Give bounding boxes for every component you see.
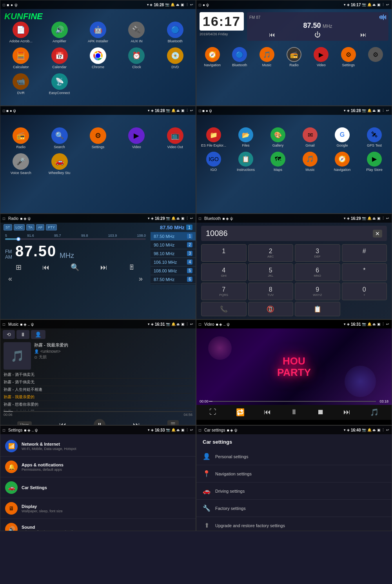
app-esfile[interactable]: 📁 ES File Explor... [198, 126, 229, 149]
radio-next-page[interactable]: » [139, 275, 143, 283]
bt-key-0[interactable]: 0 + [342, 283, 387, 300]
video-stop-btn[interactable]: ⏹ [317, 408, 324, 417]
settings-item-display[interactable]: 🖥 Display Wallpaper, sleep, font size [0, 498, 196, 519]
app-instructions[interactable]: 📋 Instructions [230, 150, 261, 174]
bt-key-5[interactable]: 5 JKL [248, 263, 294, 281]
playlist-item-active[interactable]: 孙露 - 我最亲爱的 [4, 394, 192, 401]
bt-icon[interactable]: 🔵 Bluetooth [229, 45, 250, 69]
music-repeat-btn[interactable]: ⟲ [3, 330, 15, 339]
music-list-btn[interactable]: ☰ [167, 420, 179, 425]
car-factory-settings[interactable]: 🔧 Factory settings [196, 500, 392, 517]
car-upgrade-settings[interactable]: ⬆ Upgrade and restore factory settings [196, 517, 392, 531]
app-maps[interactable]: 🗺 Maps [262, 150, 294, 174]
bt-key-9[interactable]: 9 WXYZ [295, 283, 340, 300]
app-google[interactable]: G Google [327, 126, 358, 149]
app-dvd[interactable]: 💿 DVD [156, 46, 194, 71]
app-chrome[interactable]: Chrome [79, 46, 117, 71]
bt-key-6[interactable]: 6 MNO [295, 263, 340, 281]
radio-search-btn[interactable]: 🔍 [71, 263, 79, 272]
app-video-2[interactable]: ▶ Video [118, 126, 155, 151]
app-easyconnect[interactable]: 📡 EasyConnect [40, 72, 78, 97]
settings2-icon[interactable]: ⚙ [365, 45, 387, 69]
settings-item-network[interactable]: 📶 Network & Internet Wi-Fi, Mobile, Data… [0, 436, 196, 457]
radio-prev-btn[interactable]: ⏮ [269, 31, 275, 38]
radio-next-btn[interactable]: ⏭ [360, 31, 367, 38]
app-videoout[interactable]: 📺 Video Out [156, 126, 194, 151]
video-rew-btn[interactable]: ⏮ [264, 408, 271, 417]
radio-icon[interactable]: 📻 Radio [283, 45, 305, 69]
app-dvr[interactable]: 📹 DVR [2, 72, 40, 97]
video-repeat-btn[interactable]: 🔁 [236, 408, 245, 417]
nav-icon[interactable]: 🧭 Navigation [201, 45, 223, 69]
settings-icon-home[interactable]: ⚙ Settings [338, 45, 359, 69]
app-music-2[interactable]: 🎵 Music [294, 150, 326, 174]
music-pause-top-btn[interactable]: ⏸ [16, 330, 29, 339]
playlist-item-2[interactable]: 孙露 - 人生何处不相逢 [4, 386, 192, 394]
app-voicesearch[interactable]: 🎤 Voice Search [2, 152, 40, 177]
app-settings-2[interactable]: ⚙ Settings [79, 126, 117, 151]
video-icon[interactable]: ▶ Video [310, 45, 332, 69]
radio-fwd-btn[interactable]: ⏭ [100, 263, 107, 272]
bt-key-star[interactable]: * [342, 263, 387, 281]
app-adobe[interactable]: 📄 Adobe Acrob... [2, 20, 40, 45]
app-nav-2[interactable]: 🧭 Navigation [327, 150, 358, 174]
music-user-label-btn[interactable]: User [17, 421, 32, 426]
bt-key-hash[interactable]: # [342, 244, 387, 262]
app-auxin[interactable]: 🔌 AUX IN [118, 20, 155, 45]
radio-eq-btn[interactable]: 🎚 [128, 263, 135, 272]
app-radio-2[interactable]: 📻 Radio [2, 126, 40, 151]
app-bluetooth-1[interactable]: 🔵 Bluetooth [156, 20, 194, 45]
freq-item-5[interactable]: 108.00 MHz 5 [151, 267, 196, 275]
app-amplifier[interactable]: 🔊 Amplifier [40, 20, 78, 45]
freq-item-4[interactable]: 106.10 MHz 4 [151, 258, 196, 267]
music-user-btn[interactable]: 👤 [31, 330, 45, 339]
music-icon[interactable]: 🎵 Music [256, 45, 278, 69]
freq-item-6[interactable]: 87.50 MHz 6 [151, 275, 196, 284]
app-playstore[interactable]: ▶ Play Store [359, 150, 390, 174]
video-playlist-btn[interactable]: 🎵 [370, 408, 379, 417]
music-fwd-btn[interactable]: ⏭ [133, 421, 140, 426]
radio-prev-page[interactable]: « [8, 275, 12, 283]
app-search[interactable]: 🔍 Search [40, 126, 78, 151]
bt-key-3[interactable]: 3 DEF [295, 244, 340, 262]
app-clock[interactable]: ⏰ Clock [118, 46, 155, 71]
app-calendar[interactable]: 📅 Calendar [40, 46, 78, 71]
freq-item-3[interactable]: 98.10 MHz 3 [151, 249, 196, 258]
app-wheelkey[interactable]: 🚗 Wheelkey Stu [40, 152, 78, 177]
bt-key-8[interactable]: 8 TUV [248, 283, 294, 300]
bt-backspace-btn[interactable]: ✕ [373, 230, 382, 238]
settings-item-apps[interactable]: 🔔 Apps & notifications Permissions, defa… [0, 457, 196, 477]
car-driving-settings[interactable]: 🚗 Driving settings [196, 482, 392, 500]
car-navigation-settings[interactable]: 📍 Navigation settings [196, 465, 392, 482]
radio-rew-btn[interactable]: ⏮ [42, 263, 49, 272]
radio-grid-btn[interactable]: ⊞ [16, 263, 22, 272]
bt-call-btn[interactable]: 📞 [201, 302, 247, 316]
bt-key-4[interactable]: 4 GHI [201, 263, 247, 281]
bt-key-7[interactable]: 7 PQRS [201, 283, 247, 300]
bt-key-1[interactable]: 1 [201, 244, 247, 262]
radio-power-btn[interactable]: ⏻ [314, 31, 321, 38]
video-fwd-btn[interactable]: ⏭ [343, 408, 350, 417]
music-rew-btn[interactable]: ⏮ [59, 421, 66, 426]
app-files[interactable]: 📂 Files [230, 126, 261, 149]
bt-contacts-btn[interactable]: 📋 [295, 302, 340, 316]
app-gallery[interactable]: 🎨 Gallery [262, 126, 294, 149]
app-igo[interactable]: IGO IGO [198, 150, 229, 174]
music-pause-btn[interactable]: ⏸ [94, 419, 105, 425]
bt-hangup-btn[interactable]: 📵 [248, 302, 294, 316]
playlist-item-0[interactable]: 孙露 - 酒干倘卖无 [4, 371, 192, 379]
freq-item-2[interactable]: 90.10 MHz 2 [151, 241, 196, 249]
app-gmail[interactable]: ✉ Gmail [294, 126, 326, 149]
car-personal-settings[interactable]: 👤 Personal settings [196, 448, 392, 465]
settings-item-car[interactable]: 🚗 Car Settings [0, 477, 196, 498]
app-gpstest[interactable]: 🛰 GPS Test [359, 126, 390, 149]
video-fit-btn[interactable]: ⛶ [209, 408, 216, 417]
app-calculator[interactable]: 🧮 Calculator [2, 46, 40, 71]
playlist-item-4[interactable]: 孙露 - 想着你亲爱的 [4, 401, 192, 408]
bt-key-2[interactable]: 2 ABC [248, 244, 294, 262]
settings-item-sound[interactable]: 🔊 Sound Volume, vibration, Do Not Distur… [0, 519, 196, 531]
playlist-item-1[interactable]: 孙露 - 酒干倘卖无 [4, 379, 192, 386]
app-apk[interactable]: 🤖 APK Installer [79, 20, 117, 45]
freq-item-1[interactable]: 87.50 MHz 1 [151, 232, 196, 241]
video-pause-btn[interactable]: ⏸ [290, 408, 298, 417]
